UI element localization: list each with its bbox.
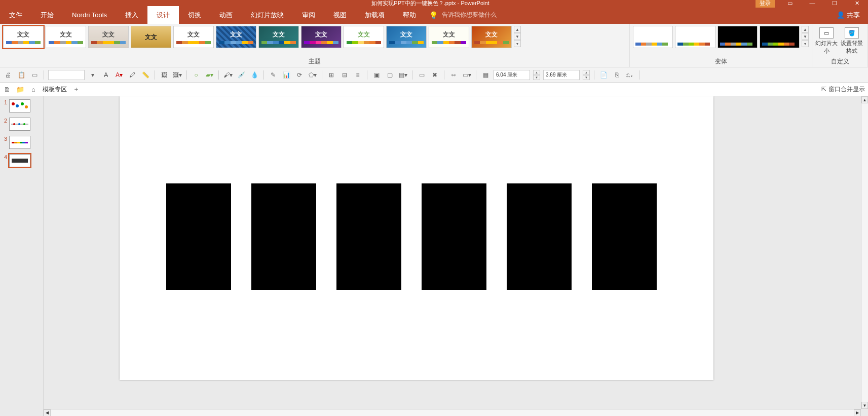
rect-1[interactable] xyxy=(166,183,231,290)
circle-shape-icon[interactable]: ○ xyxy=(191,70,201,80)
height-input[interactable]: 3.69 厘米 xyxy=(543,70,580,80)
grid-icon[interactable]: ▦ xyxy=(480,70,490,80)
scroll-v-track[interactable] xyxy=(861,103,868,402)
scroll-up-icon[interactable]: ▲ xyxy=(514,26,521,33)
redo-icon[interactable]: ⎌▾ xyxy=(625,70,635,80)
scroll-up-icon[interactable]: ▲ xyxy=(802,26,809,33)
rect-6[interactable] xyxy=(592,183,657,290)
distribute-v-icon[interactable]: ▭▾ xyxy=(462,70,472,80)
bring-front-icon[interactable]: ▣ xyxy=(371,70,382,80)
theme-12[interactable]: 文文 xyxy=(471,26,512,48)
theme-office[interactable]: 文文 xyxy=(3,26,44,48)
folder-icon[interactable]: 📁 xyxy=(16,85,24,93)
add-tab-icon[interactable]: ＋ xyxy=(72,85,80,93)
eyedropper2-icon[interactable]: 💧 xyxy=(249,70,259,80)
theme-6[interactable]: 文文 xyxy=(216,26,256,48)
placeholder-icon[interactable]: ▭ xyxy=(417,70,427,80)
menu-insert[interactable]: 插入 xyxy=(116,6,147,24)
menu-review[interactable]: 审阅 xyxy=(293,6,324,24)
scroll-down-icon[interactable]: ▼ xyxy=(802,33,809,40)
scroll-left-icon[interactable]: ◀ xyxy=(44,409,51,417)
delete-icon[interactable]: ✖ xyxy=(430,70,440,80)
variant-4[interactable] xyxy=(760,26,800,48)
themes-scroll[interactable]: ▲ ▼ ▾ xyxy=(514,26,521,47)
menu-slideshow[interactable]: 幻灯片放映 xyxy=(242,6,293,24)
maximize-button[interactable]: ☐ xyxy=(827,0,842,7)
textbox-icon[interactable]: ▭ xyxy=(29,70,40,80)
distribute-h-icon[interactable]: ⇿ xyxy=(448,70,459,80)
scroll-h-track[interactable] xyxy=(51,410,854,416)
paste-special-icon[interactable]: ⎘ xyxy=(612,70,622,80)
arrange-icon[interactable]: ▤▾ xyxy=(398,70,408,80)
eyedropper-icon[interactable]: 💉 xyxy=(236,70,246,80)
slide-thumb-1[interactable]: 1 xyxy=(2,99,41,112)
scroll-down-icon[interactable]: ▼ xyxy=(514,33,521,40)
font-color-icon[interactable]: A▾ xyxy=(114,70,124,80)
pen-icon[interactable]: ✎ xyxy=(268,70,278,80)
minimize-button[interactable]: — xyxy=(805,0,819,6)
theme-11[interactable]: 文文 xyxy=(429,26,469,48)
picture-style-icon[interactable]: 🖼▾ xyxy=(172,70,182,80)
theme-5[interactable]: 文文 xyxy=(173,26,214,48)
theme-9[interactable]: 文文 xyxy=(344,26,384,48)
theme-3[interactable]: 文文 xyxy=(88,26,129,48)
rect-2[interactable] xyxy=(251,183,316,290)
align-icon[interactable]: ≡ xyxy=(353,70,363,80)
width-spinner[interactable]: ▲▼ xyxy=(533,70,540,80)
menu-transitions[interactable]: 切换 xyxy=(179,6,210,24)
scroll-up-icon[interactable]: ▲ xyxy=(861,96,868,103)
width-input[interactable]: 6.04 厘米 xyxy=(494,70,530,80)
background-format-button[interactable]: 🪣 设置背景格式 xyxy=(841,27,863,55)
expand-themes-icon[interactable]: ▾ xyxy=(514,40,521,47)
fill-color-icon[interactable]: ▰▾ xyxy=(204,70,214,80)
slide-size-button[interactable]: ▭ 幻灯片大小 xyxy=(815,27,838,55)
picture-icon[interactable]: 🖼 xyxy=(159,70,169,80)
print-icon[interactable]: 🖨 xyxy=(3,70,13,80)
shape-insert-icon[interactable]: ⬠▾ xyxy=(308,70,318,80)
menu-help[interactable]: 帮助 xyxy=(394,6,425,24)
rect-4[interactable] xyxy=(422,183,486,290)
vertical-scrollbar[interactable]: ▲ ▼ xyxy=(861,96,868,409)
scroll-down-icon[interactable]: ▼ xyxy=(861,402,868,409)
expand-variants-icon[interactable]: ▾ xyxy=(802,40,809,47)
font-combo[interactable] xyxy=(48,70,85,80)
menu-file[interactable]: 文件 xyxy=(0,6,31,24)
copy-icon[interactable]: 📄 xyxy=(598,70,609,80)
scroll-right-icon[interactable]: ▶ xyxy=(854,409,861,417)
variant-2[interactable] xyxy=(675,26,715,48)
horizontal-scrollbar[interactable]: ◀ ▶ xyxy=(44,409,861,416)
new-file-icon[interactable]: 🗎 xyxy=(3,85,11,93)
menu-animations[interactable]: 动画 xyxy=(210,6,242,24)
share-button[interactable]: 👤 共享 xyxy=(837,11,860,20)
slide-canvas[interactable] xyxy=(120,96,713,380)
clear-format-icon[interactable]: A̶ xyxy=(101,70,111,80)
slide-thumb-3[interactable]: 3 xyxy=(2,136,41,149)
close-button[interactable]: ✕ xyxy=(850,0,864,7)
rect-5[interactable] xyxy=(507,183,572,290)
variants-scroll[interactable]: ▲ ▼ ▾ xyxy=(802,26,809,47)
variant-1[interactable] xyxy=(633,26,673,48)
menu-nordri-tools[interactable]: Nordri Tools xyxy=(63,6,116,24)
slide-canvas-area[interactable]: ◀ ▶ ▲ ▼ xyxy=(44,96,868,416)
chart-icon[interactable]: 📊 xyxy=(281,70,291,80)
refresh-icon[interactable]: ⟳ xyxy=(294,70,305,80)
template-area-tab[interactable]: 模板专区 xyxy=(43,85,67,94)
login-button[interactable]: 登录 xyxy=(756,0,775,8)
window-merge-display[interactable]: ⇱ 窗口合并显示 xyxy=(821,85,865,94)
highlighter-icon[interactable]: 🖍 xyxy=(127,70,137,80)
theme-2[interactable]: 文文 xyxy=(46,26,86,48)
home-icon[interactable]: ⌂ xyxy=(29,85,37,93)
tell-me-search[interactable]: 💡 告诉我你想要做什么 xyxy=(429,11,497,19)
font-size-icon[interactable]: ▾ xyxy=(88,70,98,80)
menu-addins[interactable]: 加载项 xyxy=(356,6,394,24)
ribbon-options-button[interactable]: ▭ xyxy=(783,0,797,7)
slide-thumb-2[interactable]: 2 xyxy=(2,118,41,131)
slide-thumb-4[interactable]: 4 xyxy=(2,154,41,167)
group-icon[interactable]: ⊞ xyxy=(326,70,336,80)
menu-design[interactable]: 设计 xyxy=(147,6,179,24)
rect-3[interactable] xyxy=(336,183,401,290)
menu-view[interactable]: 视图 xyxy=(324,6,356,24)
ruler-check-icon[interactable]: 📏 xyxy=(140,70,150,80)
theme-8[interactable]: 文文 xyxy=(301,26,342,48)
ungroup-icon[interactable]: ⊟ xyxy=(339,70,350,80)
